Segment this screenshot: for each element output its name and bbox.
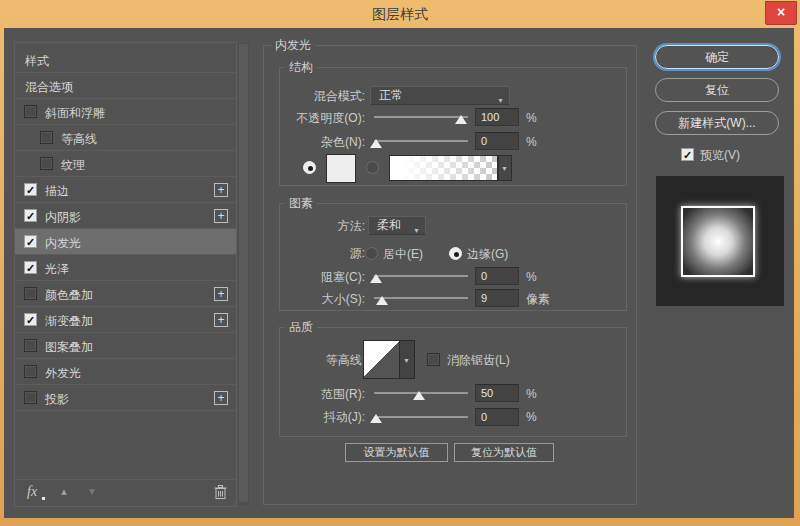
sidebar-item-inner-glow[interactable]: ✓ 内发光 [15,229,236,255]
checkbox-unchecked[interactable]: ✓ [40,157,53,170]
checkbox-checked[interactable]: ✓ [24,183,37,196]
close-icon: × [777,4,785,20]
glow-gradient-swatch[interactable] [389,155,498,181]
choke-input[interactable]: 0 [475,267,519,285]
range-input[interactable]: 50 [475,384,519,402]
glow-color-radio[interactable] [303,161,316,174]
size-label: 大小(S): [250,292,365,306]
blend-mode-dropdown[interactable]: 正常 ▼ [370,86,510,105]
style-preview-thumbnail [681,206,755,277]
check-icon: ✓ [25,262,36,274]
sidebar-scrollbar[interactable] [238,43,249,505]
ok-button[interactable]: 确定 [655,45,779,69]
sidebar-item-blending-options[interactable]: 混合选项 [15,73,236,99]
size-slider-thumb[interactable] [376,296,388,305]
checkbox-unchecked[interactable]: ✓ [24,391,37,404]
range-label: 范围(R): [250,387,365,401]
sidebar-item-label: 等高线 [61,131,97,148]
contour-picker-button[interactable]: ▼ [400,340,415,379]
size-input[interactable]: 9 [475,289,519,307]
sidebar-item-inner-shadow[interactable]: ✓ 内阴影 + [15,203,236,229]
arrow-up-icon[interactable]: ▲ [59,486,69,497]
trash-icon[interactable] [214,485,227,504]
plus-icon: + [217,313,224,327]
gradient-picker-button[interactable]: ▼ [498,155,512,181]
new-style-button[interactable]: 新建样式(W)... [655,111,779,135]
check-icon: ✓ [25,314,36,326]
checkbox-unchecked[interactable]: ✓ [24,105,37,118]
range-slider-thumb[interactable] [413,391,425,400]
add-effect-icon[interactable]: + [214,183,228,197]
sidebar-item-label: 斜面和浮雕 [45,105,105,122]
add-effect-icon[interactable]: + [214,391,228,405]
sidebar-item-bevel-emboss[interactable]: ✓ 斜面和浮雕 [15,99,236,125]
sidebar-item-pattern-overlay[interactable]: ✓ 图案叠加 [15,333,236,359]
sidebar-item-label: 投影 [45,391,69,408]
antialias-checkbox[interactable]: ✓ [427,353,440,366]
sidebar-item-stroke[interactable]: ✓ 描边 + [15,177,236,203]
checkbox-unchecked[interactable]: ✓ [24,365,37,378]
checkbox-checked[interactable]: ✓ [24,209,37,222]
method-label: 方法: [250,219,365,233]
opacity-input[interactable]: 100 [475,108,519,126]
add-effect-icon[interactable]: + [214,287,228,301]
source-edge-radio[interactable] [449,247,462,260]
structure-legend: 结构 [285,60,317,74]
reset-button[interactable]: 复位 [655,78,779,102]
opacity-slider-track[interactable] [374,116,468,118]
check-icon: ✓ [25,184,36,196]
contour-thumbnail[interactable] [363,340,400,379]
effects-list-panel: 样式 混合选项 ✓ 斜面和浮雕 ✓ 等高线 ✓ 纹理 ✓ 描边 + [14,42,237,507]
arrow-down-icon[interactable]: ▼ [87,486,97,497]
reset-default-button[interactable]: 复位为默认值 [454,443,554,462]
checkbox-unchecked[interactable]: ✓ [24,339,37,352]
choke-slider-thumb[interactable] [370,274,382,283]
plus-icon: + [217,209,224,223]
jitter-slider-track[interactable] [374,416,468,418]
noise-slider-track[interactable] [374,140,468,142]
sidebar-item-drop-shadow[interactable]: ✓ 投影 + [15,385,236,411]
chevron-down-icon: ▼ [403,357,410,364]
choke-slider-track[interactable] [374,275,468,277]
noise-slider-thumb[interactable] [370,139,382,148]
sidebar-item-contour[interactable]: ✓ 等高线 [15,125,236,151]
noise-unit: % [526,135,537,149]
checkbox-checked[interactable]: ✓ [24,261,37,274]
sidebar-item-label: 渐变叠加 [45,313,93,330]
jitter-slider-thumb[interactable] [370,414,382,423]
checkbox-unchecked[interactable]: ✓ [24,287,37,300]
checkbox-checked[interactable]: ✓ [24,235,37,248]
checkbox-unchecked[interactable]: ✓ [40,131,53,144]
sidebar-item-satin[interactable]: ✓ 光泽 [15,255,236,281]
source-center-radio[interactable] [365,247,378,260]
set-default-button[interactable]: 设置为默认值 [345,443,448,462]
opacity-slider-thumb[interactable] [455,115,467,124]
add-effect-icon[interactable]: + [214,209,228,223]
close-button[interactable]: × [765,1,797,25]
glow-color-swatch[interactable] [326,154,356,183]
sidebar-item-gradient-overlay[interactable]: ✓ 渐变叠加 + [15,307,236,333]
noise-label: 杂色(N): [250,135,365,149]
sidebar-item-styles[interactable]: 样式 [15,47,236,73]
preview-checkbox[interactable]: ✓ [681,148,694,161]
sidebar-item-texture[interactable]: ✓ 纹理 [15,151,236,177]
add-effect-icon[interactable]: + [214,313,228,327]
sidebar-item-outer-glow[interactable]: ✓ 外发光 [15,359,236,385]
glow-gradient-radio[interactable] [366,161,379,174]
sidebar-item-color-overlay[interactable]: ✓ 颜色叠加 + [15,281,236,307]
jitter-input[interactable]: 0 [475,408,519,426]
sidebar-item-label: 图案叠加 [45,339,93,356]
size-slider-track[interactable] [374,297,468,299]
fx-icon[interactable]: fx [27,484,37,500]
noise-input[interactable]: 0 [475,132,519,150]
source-edge-label: 边缘(G) [467,247,508,261]
size-unit: 像素 [526,292,550,306]
sidebar-item-label: 混合选项 [25,79,73,96]
opacity-label: 不透明度(O): [250,111,365,125]
method-dropdown[interactable]: 柔和 ▼ [368,216,426,235]
check-icon: ✓ [682,149,693,161]
checkbox-checked[interactable]: ✓ [24,313,37,326]
panel-title: 内发光 [271,38,315,52]
sidebar-item-label: 内发光 [45,235,81,252]
scrollbar-thumb[interactable] [239,44,248,502]
